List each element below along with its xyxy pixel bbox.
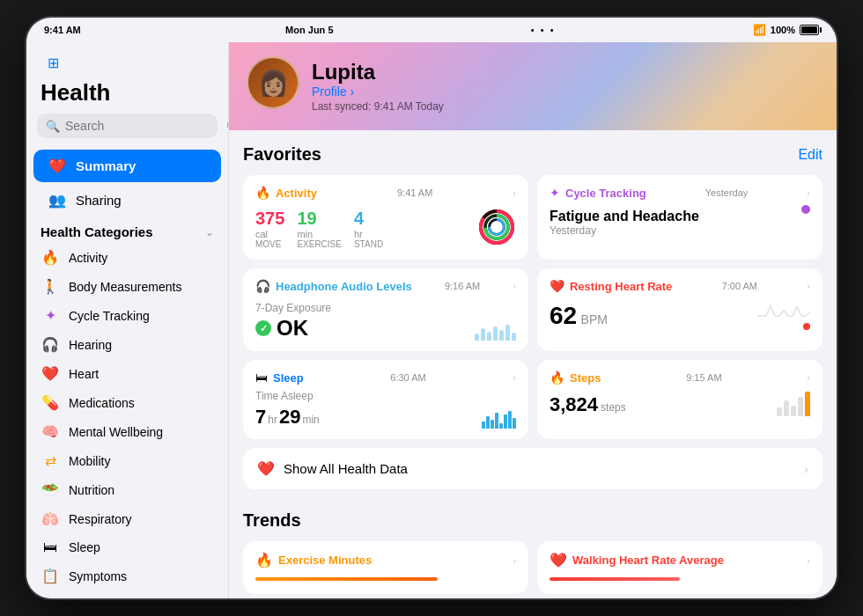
cycle-dot <box>801 205 810 214</box>
sleep-hours: 7 <box>255 406 266 429</box>
sleep-bars-chart <box>482 411 516 429</box>
sharing-icon: 👥 <box>48 192 67 209</box>
nutrition-icon: 🥗 <box>41 481 60 498</box>
trend-exercise-title: Exercise Minutes <box>278 554 372 567</box>
sleep-title-row: 🛏 Sleep <box>255 370 304 385</box>
category-hearing[interactable]: 🎧 Hearing <box>26 330 228 359</box>
heart-rate-dot <box>803 323 810 330</box>
ok-check-icon: ✓ <box>255 320 271 336</box>
cycle-title-row: ✦ Cycle Tracking <box>550 186 646 200</box>
category-body-measurements[interactable]: 🚶 Body Measurements <box>26 272 228 301</box>
category-label-activity: Activity <box>69 251 107 265</box>
exposure-label: 7-Day Exposure <box>255 302 331 314</box>
category-label-body: Body Measurements <box>69 280 181 294</box>
profile-info: Lupita Profile › Last synced: 9:41 AM To… <box>312 56 444 113</box>
sidebar: ⊞ Health 🔍 🎙 ❤️ Summary 👥 Sharing <box>26 42 229 598</box>
heart-rate-title-row: ❤️ Resting Heart Rate <box>550 279 672 293</box>
nav-item-sharing[interactable]: 👥 Sharing <box>33 184 221 216</box>
cycle-info: Fatigue and Headache Yesterday <box>550 209 699 237</box>
category-mental-wellbeing[interactable]: 🧠 Mental Wellbeing <box>26 417 228 446</box>
category-heart[interactable]: ❤️ Heart <box>26 359 228 388</box>
cycle-card-icon: ✦ <box>550 186 560 200</box>
trend-exercise-chevron: › <box>513 555 516 566</box>
cycle-tracking-card[interactable]: ✦ Cycle Tracking Yesterday › Fatigue and… <box>537 175 822 260</box>
activity-icon: 🔥 <box>41 249 60 266</box>
favorites-title: Favorites <box>243 144 321 165</box>
heart-rate-card-header: ❤️ Resting Heart Rate 7:00 AM › <box>550 279 810 293</box>
battery-percentage: 100% <box>771 25 795 35</box>
category-cycle-tracking[interactable]: ✦ Cycle Tracking <box>26 301 228 330</box>
body-icon: 🚶 <box>41 278 60 295</box>
activity-title-row: 🔥 Activity <box>255 186 317 200</box>
hearing-icon: 🎧 <box>41 336 60 353</box>
heart-rate-chart <box>757 298 810 323</box>
stand-stat: 4 hr Stand <box>354 209 383 249</box>
profile-link[interactable]: Profile › <box>312 84 444 99</box>
categories-chevron-icon[interactable]: ⌄ <box>205 226 214 238</box>
steps-card[interactable]: 🔥 Steps 9:15 AM › 3,824 st <box>537 360 822 439</box>
steps-card-header: 🔥 Steps 9:15 AM › <box>550 370 810 385</box>
category-mobility[interactable]: ⇄ Mobility <box>26 446 228 475</box>
search-bar[interactable]: 🔍 🎙 <box>37 114 218 138</box>
steps-bars-chart <box>777 392 810 416</box>
profile-header: 👩🏽 Lupita Profile › Last synced: 9:41 AM… <box>229 42 837 130</box>
sidebar-toggle-icon[interactable]: ⊞ <box>41 53 65 72</box>
trends-grid: 🔥 Exercise Minutes › ❤️ Walking Heart Ra… <box>243 541 822 594</box>
category-symptoms[interactable]: 📋 Symptoms <box>26 561 228 590</box>
steps-bar-2 <box>784 400 789 416</box>
ipad-frame: 9:41 AM Mon Jun 5 • • • 📶 100% ⊞ Health … <box>26 18 837 598</box>
exercise-stat: 19 min Exercise <box>297 209 342 249</box>
steps-value: 3,824 <box>550 393 598 416</box>
battery-fill <box>801 26 817 33</box>
steps-bar-3 <box>791 406 796 416</box>
category-label-hearing: Hearing <box>69 338 112 352</box>
mini-bar-1 <box>475 334 479 341</box>
category-label-sleep: Sleep <box>69 540 100 554</box>
category-nutrition[interactable]: 🥗 Nutrition <box>26 475 228 504</box>
summary-icon: ❤️ <box>48 158 67 174</box>
activity-card[interactable]: 🔥 Activity 9:41 AM › 375 c <box>243 175 528 260</box>
battery-icon <box>800 25 819 35</box>
status-dots: • • • <box>531 25 556 35</box>
wifi-icon: 📶 <box>753 24 766 36</box>
mobility-icon: ⇄ <box>41 452 60 469</box>
mini-bar-6 <box>505 325 510 341</box>
headphone-card-title: Headphone Audio Levels <box>276 280 412 293</box>
status-right: 📶 100% <box>753 24 819 36</box>
category-sleep[interactable]: 🛏 Sleep <box>26 533 228 561</box>
headphone-card[interactable]: 🎧 Headphone Audio Levels 9:16 AM › 7-Day… <box>243 268 528 351</box>
search-input[interactable] <box>65 119 219 133</box>
trend-exercise-bar <box>255 577 438 581</box>
category-label-mobility: Mobility <box>69 454 110 468</box>
sleep-card-icon: 🛏 <box>255 370 268 385</box>
main-content: 👩🏽 Lupita Profile › Last synced: 9:41 AM… <box>229 42 837 598</box>
mini-bar-5 <box>499 330 504 341</box>
category-label-symptoms: Symptoms <box>69 569 127 583</box>
cycle-card-time: Yesterday <box>705 187 749 198</box>
steps-card-chevron: › <box>807 372 810 383</box>
mini-bar-7 <box>512 333 516 341</box>
show-all-health-data[interactable]: ❤️ Show All Health Data › <box>243 448 822 489</box>
cycle-card-chevron: › <box>807 187 810 198</box>
heart-icon: ❤️ <box>41 365 60 382</box>
cycle-event-time: Yesterday <box>550 224 699 237</box>
cycle-event: Fatigue and Headache <box>550 209 699 224</box>
heart-rate-card[interactable]: ❤️ Resting Heart Rate 7:00 AM › 62 BPM <box>537 268 822 351</box>
headphone-card-time: 9:16 AM <box>445 281 480 291</box>
avatar[interactable]: 👩🏽 <box>247 56 299 109</box>
activity-ring <box>477 208 516 246</box>
sleep-bar-1 <box>482 422 485 429</box>
trend-exercise-minutes[interactable]: 🔥 Exercise Minutes › <box>243 541 528 594</box>
trend-walking-heart-rate[interactable]: ❤️ Walking Heart Rate Average › <box>537 541 822 594</box>
sleep-bar-7 <box>508 411 512 429</box>
sleep-card[interactable]: 🛏 Sleep 6:30 AM › Time Asleep <box>243 360 528 439</box>
sleep-card-title: Sleep <box>273 371 304 385</box>
nav-item-summary[interactable]: ❤️ Summary <box>33 150 221 182</box>
category-respiratory[interactable]: 🫁 Respiratory <box>26 504 228 533</box>
category-activity[interactable]: 🔥 Activity <box>26 243 228 272</box>
trend-exercise-header: 🔥 Exercise Minutes › <box>255 552 516 568</box>
edit-button[interactable]: Edit <box>798 147 822 163</box>
category-label-medications: Medications <box>69 396 135 410</box>
category-medications[interactable]: 💊 Medications <box>26 388 228 417</box>
sleep-icon: 🛏 <box>41 539 60 555</box>
